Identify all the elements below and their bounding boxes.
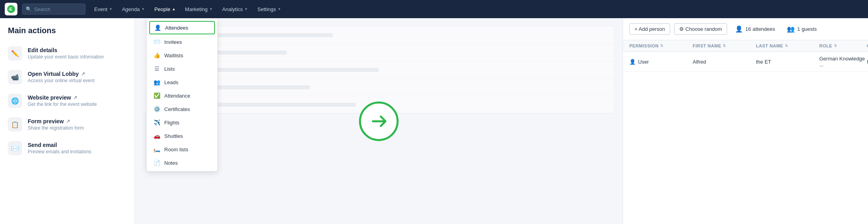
attendance-icon: ✅: [153, 92, 160, 99]
website-external-icon: ↗: [73, 95, 77, 100]
permission-sort-icon[interactable]: ⇅: [660, 44, 664, 48]
certificates-icon: ⚙️: [153, 106, 160, 112]
cell-permission: 👤 User: [629, 59, 693, 65]
people-chevron-icon: ▲: [172, 7, 175, 11]
role-sort-icon[interactable]: ⇅: [834, 44, 838, 48]
sidebar-title: Main actions: [0, 26, 134, 41]
sidebar-item-virtual-lobby[interactable]: 📹 Open Virtual Lobby ↗ Access your onlin…: [0, 65, 134, 89]
search-box[interactable]: 🔍: [22, 4, 85, 15]
add-person-button[interactable]: + Add person: [629, 23, 670, 35]
analytics-chevron-icon: ▼: [244, 7, 248, 11]
shuttles-icon: 🚗: [153, 133, 160, 139]
form-preview-title: Form preview ↗: [28, 118, 84, 124]
website-preview-subtitle: Get the link for the event website: [28, 102, 97, 107]
nav-settings[interactable]: Settings ▼: [253, 0, 285, 18]
form-preview-subtitle: Share the registration form: [28, 125, 84, 131]
table-header: PERMISSION ⇅ FIRST NAME ⇅ LAST NAME ⇅ RO…: [623, 40, 868, 52]
virtual-lobby-external-icon: ↗: [81, 71, 85, 77]
choose-random-button[interactable]: ⚙ Choose random: [674, 23, 727, 35]
attendees-stat-icon: 👤: [735, 25, 743, 33]
search-icon: 🔍: [26, 6, 32, 12]
website-preview-title: Website preview ↗: [28, 94, 97, 101]
agenda-chevron-icon: ▼: [141, 7, 145, 11]
guests-count-badge: 👥 1 guests: [783, 23, 821, 35]
cell-last-name: the ET: [756, 59, 819, 65]
first-name-sort-icon[interactable]: ⇅: [723, 44, 726, 48]
edit-details-subtitle: Update your event basic information: [28, 54, 104, 60]
send-email-title: Send email: [28, 142, 91, 148]
dropdown-invitees[interactable]: ✉️ Invitees: [147, 35, 217, 49]
room-lists-icon: 🛏️: [153, 146, 160, 152]
col-header-permission: PERMISSION ⇅: [629, 43, 693, 48]
virtual-lobby-subtitle: Access your online virtual event: [28, 78, 95, 83]
user-icon: 👤: [629, 59, 636, 65]
edit-details-icon: ✏️: [8, 46, 22, 60]
virtual-lobby-title: Open Virtual Lobby ↗: [28, 71, 95, 77]
nav-event[interactable]: Event ▼: [90, 0, 116, 18]
arrow-indicator: [359, 102, 399, 141]
dropdown-notes[interactable]: 📄 Notes: [147, 156, 217, 169]
attendees-count-badge: 👤 16 attendees: [731, 23, 779, 35]
sidebar-item-website-preview[interactable]: 🌐 Website preview ↗ Get the link for the…: [0, 89, 134, 113]
col-header-last-name: LAST NAME ⇅: [756, 43, 819, 48]
dropdown-leads[interactable]: 👥 Leads: [147, 75, 217, 89]
logo[interactable]: iE: [5, 3, 17, 15]
guests-stat-icon: 👥: [787, 25, 795, 33]
dropdown-certificates[interactable]: ⚙️ Certificates: [147, 102, 217, 116]
leads-icon: 👥: [153, 79, 160, 85]
dropdown-shuttles[interactable]: 🚗 Shuttles: [147, 129, 217, 143]
dropdown-lists[interactable]: ☰ Lists: [147, 62, 217, 75]
website-preview-icon: 🌐: [8, 94, 22, 108]
settings-chevron-icon: ▼: [277, 7, 281, 11]
search-input[interactable]: [34, 6, 82, 12]
table-row[interactable]: 👤 User Alfred the ET German Knowledge ..…: [623, 52, 868, 72]
invitees-icon: ✉️: [153, 39, 160, 45]
left-sidebar: Main actions ✏️ Edit details Update your…: [0, 18, 135, 224]
edit-details-title: Edit details: [28, 47, 104, 53]
navbar: iE 🔍 Event ▼ Agenda ▼ People ▲ Marketing…: [0, 0, 868, 18]
people-dropdown: 👤 Attendees ✉️ Invitees 👍 Waitlists ☰ Li…: [146, 18, 218, 171]
flights-icon: ✈️: [153, 119, 160, 126]
nav-agenda[interactable]: Agenda ▼: [118, 0, 149, 18]
dropdown-room-lists[interactable]: 🛏️ Room lists: [147, 143, 217, 156]
marketing-chevron-icon: ▼: [209, 7, 213, 11]
last-name-sort-icon[interactable]: ⇅: [785, 44, 788, 48]
attendees-icon: 👤: [154, 24, 161, 31]
nav-analytics[interactable]: Analytics ▼: [218, 0, 252, 18]
dropdown-waitlists[interactable]: 👍 Waitlists: [147, 49, 217, 62]
event-chevron-icon: ▼: [109, 7, 112, 11]
sidebar-item-edit-details[interactable]: ✏️ Edit details Update your event basic …: [0, 41, 134, 65]
sidebar-item-send-email[interactable]: ✉️ Send email Preview emails and invitat…: [0, 136, 134, 160]
right-toolbar: + Add person ⚙ Choose random 👤 16 attend…: [623, 18, 868, 40]
cell-role: German Knowledge ...: [819, 56, 867, 68]
send-email-subtitle: Preview emails and invitations: [28, 149, 91, 154]
lists-icon: ☰: [153, 66, 160, 72]
waitlists-icon: 👍: [153, 52, 160, 58]
nav-people[interactable]: People ▲: [150, 0, 179, 18]
col-header-first-name: FIRST NAME ⇅: [693, 43, 756, 48]
sidebar-item-form-preview[interactable]: 📋 Form preview ↗ Share the registration …: [0, 113, 134, 136]
dropdown-flights[interactable]: ✈️ Flights: [147, 116, 217, 129]
main-layout: Main actions ✏️ Edit details Update your…: [0, 18, 868, 224]
dropdown-attendance[interactable]: ✅ Attendance: [147, 89, 217, 102]
svg-text:iE: iE: [9, 7, 13, 11]
form-external-icon: ↗: [66, 119, 70, 124]
right-panel: + Add person ⚙ Choose random 👤 16 attend…: [623, 18, 868, 224]
cell-first-name: Alfred: [693, 59, 756, 65]
form-preview-icon: 📋: [8, 117, 22, 132]
send-email-icon: ✉️: [8, 141, 22, 155]
notes-icon: 📄: [153, 160, 160, 166]
col-header-role: ROLE ⇅: [819, 43, 867, 48]
virtual-lobby-icon: 📹: [8, 70, 22, 84]
dropdown-attendees[interactable]: 👤 Attendees: [149, 21, 215, 34]
nav-marketing[interactable]: Marketing ▼: [181, 0, 217, 18]
